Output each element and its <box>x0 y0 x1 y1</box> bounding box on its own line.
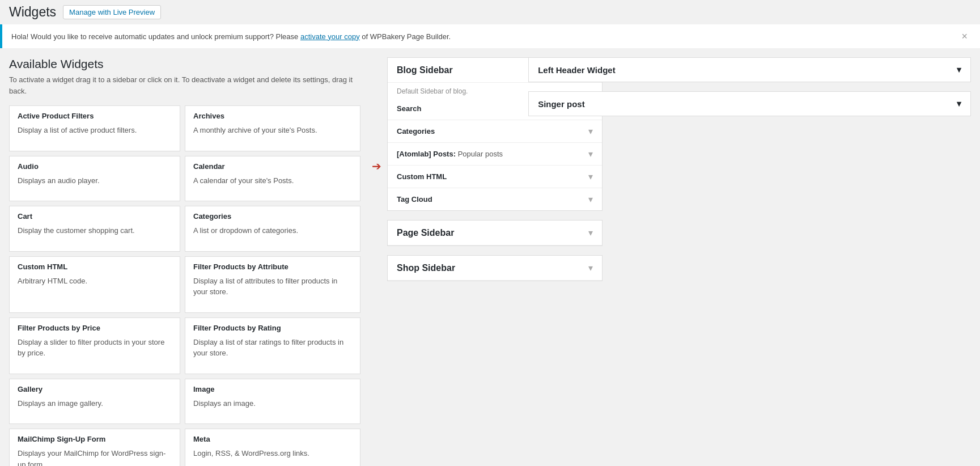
widget-title: Filter Products by Rating <box>193 324 352 332</box>
sidebar-widget-name: Categories <box>397 127 435 135</box>
widget-desc: Display a slider to filter products in y… <box>18 337 172 359</box>
sidebar-widget-name: Tag Cloud <box>397 195 432 204</box>
right-sidebar-item[interactable]: Singer post▾ <box>528 91 971 116</box>
sidebar-widget-name: [Atomlab] Posts: Popular posts <box>397 150 503 158</box>
page-title: Widgets <box>9 5 56 20</box>
widget-title: Categories <box>193 212 352 221</box>
right-sidebar-label: Left Header Widget <box>538 65 616 75</box>
widget-item[interactable]: ArchivesA monthly archive of your site's… <box>185 105 360 151</box>
widget-desc: Displays an audio player. <box>18 175 172 187</box>
notice-link[interactable]: activate your copy <box>300 32 360 41</box>
widget-item[interactable]: Filter Products by PriceDisplay a slider… <box>9 317 180 374</box>
widget-title: Cart <box>18 212 172 221</box>
blog-sidebar-wrapper: ➔ Blog Sidebar ▴ Default Sidebar of blog… <box>372 57 517 466</box>
right-sidebar-item[interactable]: Left Header Widget▾ <box>528 57 971 82</box>
arrow-wrapper: ➔ <box>372 57 387 173</box>
widget-item[interactable]: MailChimp Sign-Up FormDisplays your Mail… <box>9 429 180 466</box>
widget-title: Gallery <box>18 385 172 393</box>
widget-title: Custom HTML <box>18 262 172 271</box>
widget-title: Image <box>193 385 352 393</box>
widget-item[interactable]: CalendarA calendar of your site's Posts. <box>185 156 360 202</box>
widget-desc: Displays an image. <box>193 398 352 409</box>
widget-desc: Arbitrary HTML code. <box>18 276 172 287</box>
live-preview-button[interactable]: Manage with Live Preview <box>63 5 161 19</box>
widget-title: Meta <box>193 435 352 443</box>
widget-grid: Active Product FiltersDisplay a list of … <box>9 105 360 466</box>
widget-item[interactable]: Custom HTMLArbitrary HTML code. <box>9 256 180 313</box>
widget-desc: A monthly archive of your site's Posts. <box>193 125 352 136</box>
widget-desc: A list or dropdown of categories. <box>193 225 352 236</box>
drag-arrow-icon: ➔ <box>372 159 384 173</box>
widget-desc: Login, RSS, & WordPress.org links. <box>193 448 352 459</box>
notice-text: Hola! Would you like to receive automati… <box>11 32 451 41</box>
sidebar-widget-name: Search <box>397 104 421 113</box>
right-sidebar-label: Singer post <box>538 99 585 109</box>
right-sidebars-panel: Left Header Widget▾Singer post▾ <box>528 57 971 466</box>
widget-item[interactable]: Active Product FiltersDisplay a list of … <box>9 105 180 151</box>
widget-title: Filter Products by Attribute <box>193 262 352 271</box>
main-container: Available Widgets To activate a widget d… <box>0 57 980 466</box>
available-widgets-description: To activate a widget drag it to a sideba… <box>9 74 360 96</box>
widget-item[interactable]: CategoriesA list or dropdown of categori… <box>185 206 360 252</box>
widget-title: Active Product Filters <box>18 112 172 120</box>
sidebar-widget-name: Custom HTML <box>397 172 447 181</box>
widget-item[interactable]: ImageDisplays an image. <box>185 379 360 425</box>
widget-title: Calendar <box>193 162 352 171</box>
available-widgets-panel: Available Widgets To activate a widget d… <box>9 57 360 466</box>
widget-desc: Displays an image gallery. <box>18 398 172 409</box>
widget-title: Filter Products by Price <box>18 324 172 332</box>
notice-close-button[interactable]: × <box>958 30 971 43</box>
widget-item[interactable]: Filter Products by RatingDisplay a list … <box>185 317 360 374</box>
widget-desc: Display a list of star ratings to filter… <box>193 337 352 359</box>
page-sidebar-title: Page Sidebar <box>397 228 454 238</box>
widget-item[interactable]: MetaLogin, RSS, & WordPress.org links. <box>185 429 360 466</box>
widget-title: Archives <box>193 112 352 120</box>
widget-desc: Display a list of attributes to filter p… <box>193 276 352 298</box>
widget-item[interactable]: AudioDisplays an audio player. <box>9 156 180 202</box>
widget-item[interactable]: GalleryDisplays an image gallery. <box>9 379 180 425</box>
blog-sidebar-title: Blog Sidebar <box>397 65 453 75</box>
right-sidebar-chevron: ▾ <box>957 65 961 75</box>
shop-sidebar-title: Shop Sidebar <box>397 263 455 273</box>
widget-desc: Display a list of active product filters… <box>18 125 172 136</box>
notice-banner: Hola! Would you like to receive automati… <box>0 24 980 48</box>
page-header: Widgets Manage with Live Preview <box>0 0 980 24</box>
widget-desc: Displays your MailChimp for WordPress si… <box>18 448 172 466</box>
right-sidebar-chevron: ▾ <box>957 99 961 109</box>
widget-desc: A calendar of your site's Posts. <box>193 175 352 187</box>
widget-item[interactable]: CartDisplay the customer shopping cart. <box>9 206 180 252</box>
widget-desc: Display the customer shopping cart. <box>18 225 172 236</box>
widget-item[interactable]: Filter Products by AttributeDisplay a li… <box>185 256 360 313</box>
available-widgets-heading: Available Widgets <box>9 57 360 71</box>
widget-title: Audio <box>18 162 172 171</box>
widget-title: MailChimp Sign-Up Form <box>18 435 172 443</box>
